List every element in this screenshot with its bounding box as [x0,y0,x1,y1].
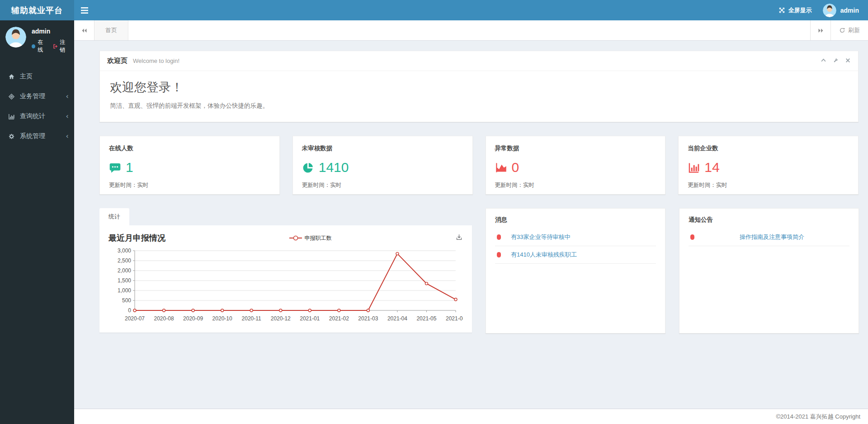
wrench-icon [833,57,839,63]
welcome-panel-title: 欢迎页 [107,57,127,65]
chevron-up-icon [821,57,826,63]
stat-card-online-users: 在线人数 1 更新时间：实时 [99,136,280,195]
sidebar-toggle-button[interactable] [74,0,95,20]
close-button[interactable] [845,57,851,65]
chevron-left-icon: ‹ [66,113,69,120]
svg-text:2020-08: 2020-08 [154,315,174,322]
notices-panel: 通知公告 操作指南及注意事项简介 [679,208,859,333]
area-chart-icon [495,162,507,174]
gear-icon [8,133,18,140]
footer: ©2014-2021 嘉兴拓越 Copyright [74,409,868,424]
stat-card-companies: 当前企业数 14 更新时间：实时 [678,136,859,195]
stat-value: 14 [704,160,719,175]
stat-value: 0 [512,160,519,175]
messages-panel: 消息 有33家企业等待审核中 有1410人未审核残疾职工 [486,208,665,333]
online-status-dot [32,44,35,48]
svg-text:2020-12: 2020-12 [271,315,291,322]
sidebar-item-statistics[interactable]: 查询统计 ‹ [0,106,74,126]
svg-text:2020-11: 2020-11 [242,315,261,322]
welcome-heading: 欢迎您登录！ [110,79,848,95]
chart-title: 最近月申报情况 [108,233,165,243]
stats-row: 在线人数 1 更新时间：实时 未审核数据 1410 更新时间：实时 [99,136,859,195]
home-icon [8,73,18,80]
refresh-icon [839,27,845,33]
avatar [5,27,26,48]
avatar [823,4,836,17]
message-link[interactable]: 有33家企业等待审核中 [511,233,570,241]
logout-icon [52,43,58,49]
close-icon [845,57,851,63]
red-dot-icon [497,252,501,257]
svg-text:1,000: 1,000 [118,287,131,294]
notice-link[interactable]: 操作指南及注意事项简介 [740,233,804,241]
sidebar-item-home[interactable]: 主页 [0,67,74,86]
svg-text:2,000: 2,000 [118,267,131,274]
logout-button[interactable]: 注销 [52,38,70,54]
chevron-left-icon: ‹ [66,133,69,140]
svg-text:2021-04: 2021-04 [387,315,407,322]
double-left-icon [81,27,88,34]
double-right-icon [817,27,824,34]
navbar: 全屏显示 admin [74,0,868,20]
app-title[interactable]: 辅助就业平台 [0,0,74,20]
svg-text:2021-02: 2021-02 [329,315,349,322]
red-dot-icon [690,234,694,240]
legend-marker-icon [289,235,302,241]
gem-icon [8,93,18,100]
refresh-button[interactable]: 刷新 [830,20,868,40]
bar-chart-icon [8,113,18,120]
notices-title: 通知公告 [689,216,849,224]
fullscreen-button[interactable]: 全屏显示 [774,0,816,20]
stat-card-abnormal: 异常数据 0 更新时间：实时 [486,136,666,195]
username: admin [840,7,859,14]
messages-title: 消息 [495,216,656,224]
tabbar-spacer [128,20,810,40]
fullscreen-label: 全屏显示 [788,6,812,14]
user-menu[interactable]: admin [816,0,868,20]
stat-updated: 更新时间：实时 [302,181,463,189]
download-icon [455,233,463,241]
tabs-scroll-right-button[interactable] [810,20,830,40]
svg-text:2021-06: 2021-06 [446,315,463,322]
svg-text:1,500: 1,500 [118,277,131,284]
sidebar-item-system[interactable]: 系统管理 ‹ [0,126,74,146]
tab-home[interactable]: 首页 [94,20,128,40]
svg-text:2021-05: 2021-05 [416,315,436,322]
download-chart-button[interactable] [455,233,463,243]
collapse-button[interactable] [821,57,826,65]
svg-text:2021-01: 2021-01 [300,315,320,322]
svg-text:2021-03: 2021-03 [358,315,378,322]
legend-item[interactable]: 申报职工数 [165,234,455,242]
sidebar-item-business[interactable]: 业务管理 ‹ [0,86,74,106]
line-chart: 05001,0001,5002,0002,5003,0002020-072020… [108,246,463,325]
list-item: 操作指南及注意事项简介 [689,229,849,246]
svg-text:0: 0 [128,307,131,314]
stat-value: 1410 [319,160,349,175]
copyright-text: ©2014-2021 嘉兴拓越 Copyright [776,413,860,421]
red-dot-icon [497,234,501,240]
tabs-scroll-left-button[interactable] [74,20,94,40]
top-header: 辅助就业平台 全屏显示 admin [0,0,868,20]
sidebar-user-panel: admin 在线 注销 [0,20,74,59]
message-link[interactable]: 有1410人未审核残疾职工 [511,251,577,259]
svg-text:2020-10: 2020-10 [212,315,232,322]
stat-card-unreviewed: 未审核数据 1410 更新时间：实时 [292,136,473,195]
chevron-left-icon: ‹ [66,93,69,100]
sidebar-username: admin [32,28,70,35]
svg-text:500: 500 [122,297,131,304]
stat-updated: 更新时间：实时 [109,181,270,189]
tab-statistics[interactable]: 统计 [99,208,129,225]
stat-updated: 更新时间：实时 [495,181,656,189]
list-item: 有1410人未审核残疾职工 [495,246,656,264]
list-item: 有33家企业等待审核中 [495,229,656,246]
welcome-panel: 欢迎页 Welcome to login! 欢迎您登录！ 简洁、直观、强悍的前端… [99,51,859,122]
welcome-description: 简洁、直观、强悍的前端开发框架，体验办公快捷的乐趣。 [110,102,848,110]
svg-text:2020-07: 2020-07 [125,315,145,322]
stat-value: 1 [126,160,133,175]
hamburger-icon [81,7,88,14]
sidebar: admin 在线 注销 主页 业务管理 ‹ [0,20,74,424]
stat-updated: 更新时间：实时 [688,181,849,189]
settings-button[interactable] [833,57,839,65]
pie-chart-icon [302,162,314,174]
statistics-section: 统计 最近月申报情况 申报职工数 [99,208,472,333]
